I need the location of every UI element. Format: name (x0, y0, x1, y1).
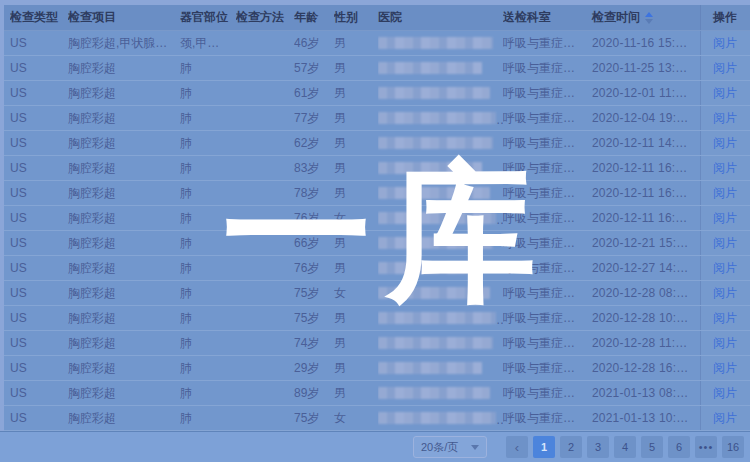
cell-method (236, 156, 294, 180)
cell-exam-time: 2020-12-11 16:14:49 (592, 181, 700, 205)
prev-page-button[interactable]: ‹ (506, 436, 528, 458)
cell-method (236, 231, 294, 255)
view-image-link[interactable]: 阅片 (700, 31, 750, 55)
page-button-3[interactable]: 3 (587, 436, 609, 458)
view-image-link[interactable]: 阅片 (700, 206, 750, 230)
hospital-redacted-block (378, 212, 496, 224)
cell-exam-item: 胸腔彩超 (68, 406, 180, 430)
table-row[interactable]: US 胸腔彩超 肺 76岁 女 呼吸与重症医... 2020-12-11 16:… (4, 206, 750, 231)
more-pages-icon[interactable]: ••• (695, 436, 717, 458)
view-image-link[interactable]: 阅片 (700, 56, 750, 80)
cell-dept: 呼吸与重症医... (503, 81, 592, 105)
exam-table: 检查类型 检查项目 器官部位 检查方法 年龄 性别 医院 送检科室 检查时间 操… (4, 5, 750, 431)
cell-exam-item: 胸腔彩超 (68, 306, 180, 330)
cell-exam-item: 胸腔彩超 (68, 181, 180, 205)
cell-exam-item: 胸腔彩超 (68, 231, 180, 255)
sort-icon[interactable] (645, 12, 653, 24)
cell-hospital (378, 81, 503, 105)
cell-age: 75岁 (294, 281, 334, 305)
table-row[interactable]: US 胸腔彩超 肺 62岁 男 呼吸与重症医... 2020-12-11 14:… (4, 131, 750, 156)
cell-method (236, 81, 294, 105)
hospital-redacted-block (378, 387, 490, 399)
table-row[interactable]: US 胸腔彩超 肺 75岁 女 呼吸与重症医... 2021-01-13 10:… (4, 406, 750, 431)
page-button-1[interactable]: 1 (533, 436, 555, 458)
cell-gender: 女 (334, 406, 378, 430)
sort-asc-icon[interactable] (645, 12, 653, 17)
cell-hospital (378, 31, 503, 55)
table-row[interactable]: US 胸腔彩超 肺 76岁 男 呼吸与重症医... 2020-12-27 14:… (4, 256, 750, 281)
view-image-link[interactable]: 阅片 (700, 381, 750, 405)
col-header-exam-time[interactable]: 检查时间 (592, 5, 700, 30)
table-row[interactable]: US 胸腔彩超 肺 29岁 男 呼吸与重症医... 2020-12-28 16:… (4, 356, 750, 381)
cell-exam-type: US (10, 381, 68, 405)
page-button-4[interactable]: 4 (614, 436, 636, 458)
view-image-link[interactable]: 阅片 (700, 81, 750, 105)
cell-organ: 肺 (180, 406, 236, 430)
cell-method (236, 331, 294, 355)
cell-age: 78岁 (294, 181, 334, 205)
view-image-link[interactable]: 阅片 (700, 131, 750, 155)
cell-exam-item: 胸腔彩超 (68, 81, 180, 105)
view-image-link[interactable]: 阅片 (700, 331, 750, 355)
sort-desc-icon[interactable] (645, 19, 653, 24)
view-image-link[interactable]: 阅片 (700, 181, 750, 205)
table-row[interactable]: US 胸腔彩超 肺 78岁 男 呼吸与重症医... 2020-12-11 16:… (4, 181, 750, 206)
cell-exam-type: US (10, 331, 68, 355)
view-image-link[interactable]: 阅片 (700, 106, 750, 130)
col-header-organ: 器官部位 (180, 5, 236, 30)
page-button-6[interactable]: 6 (668, 436, 690, 458)
table-row[interactable]: US 胸腔彩超 肺 61岁 男 呼吸与重症医... 2020-12-01 11:… (4, 81, 750, 106)
table-row[interactable]: US 胸腔彩超 肺 89岁 男 呼吸与重症医... 2021-01-13 08:… (4, 381, 750, 406)
cell-hospital (378, 206, 503, 230)
table-row[interactable]: US 胸腔彩超 肺 75岁 男 呼吸与重症医... 2020-12-28 10:… (4, 306, 750, 331)
view-image-link[interactable]: 阅片 (700, 406, 750, 430)
cell-dept: 呼吸与重症医... (503, 106, 592, 130)
page-button-16[interactable]: 16 (722, 436, 744, 458)
cell-age: 74岁 (294, 331, 334, 355)
table-row[interactable]: US 胸腔彩超 肺 83岁 男 呼吸与重症医... 2020-12-11 16:… (4, 156, 750, 181)
cell-exam-item: 胸腔彩超 (68, 106, 180, 130)
page-size-select[interactable]: 20条/页 (413, 436, 487, 458)
cell-age: 57岁 (294, 56, 334, 80)
view-image-link[interactable]: 阅片 (700, 281, 750, 305)
cell-organ: 肺 (180, 381, 236, 405)
table-body: US 胸腔彩超,甲状腺彩超 颈,甲状... 46岁 男 呼吸与重症医... 20… (4, 31, 750, 431)
cell-exam-type: US (10, 406, 68, 430)
cell-exam-time: 2020-12-28 11:38:11 (592, 331, 700, 355)
view-image-link[interactable]: 阅片 (700, 356, 750, 380)
page-button-2[interactable]: 2 (560, 436, 582, 458)
hospital-redacted-block (378, 237, 493, 249)
cell-gender: 女 (334, 206, 378, 230)
view-image-link[interactable]: 阅片 (700, 306, 750, 330)
cell-organ: 肺 (180, 106, 236, 130)
cell-dept: 呼吸与重症医... (503, 156, 592, 180)
table-row[interactable]: US 胸腔彩超,甲状腺彩超 颈,甲状... 46岁 男 呼吸与重症医... 20… (4, 31, 750, 56)
col-header-exam-item: 检查项目 (68, 5, 180, 30)
cell-exam-time: 2020-11-25 13:50:01 (592, 56, 700, 80)
cell-gender: 男 (334, 106, 378, 130)
view-image-link[interactable]: 阅片 (700, 256, 750, 280)
cell-exam-time: 2020-12-04 19:03:24 (592, 106, 700, 130)
table-row[interactable]: US 胸腔彩超 肺 57岁 男 呼吸与重症医... 2020-11-25 13:… (4, 56, 750, 81)
table-row[interactable]: US 胸腔彩超 肺 75岁 女 呼吸与重症医... 2020-12-28 08:… (4, 281, 750, 306)
cell-exam-item: 胸腔彩超 (68, 156, 180, 180)
col-header-age: 年龄 (294, 5, 334, 30)
table-row[interactable]: US 胸腔彩超 肺 74岁 男 呼吸与重症医... 2020-12-28 11:… (4, 331, 750, 356)
cell-hospital (378, 231, 503, 255)
cell-exam-item: 胸腔彩超 (68, 281, 180, 305)
hospital-redacted-block (378, 362, 482, 374)
cell-hospital (378, 181, 503, 205)
cell-age: 75岁 (294, 406, 334, 430)
page-button-5[interactable]: 5 (641, 436, 663, 458)
table-row[interactable]: US 胸腔彩超 肺 77岁 男 呼吸与重症医... 2020-12-04 19:… (4, 106, 750, 131)
table-row[interactable]: US 胸腔彩超 肺 66岁 男 呼吸与重症医... 2020-12-21 15:… (4, 231, 750, 256)
cell-hospital (378, 131, 503, 155)
cell-dept: 呼吸与重症医... (503, 56, 592, 80)
view-image-link[interactable]: 阅片 (700, 231, 750, 255)
view-image-link[interactable]: 阅片 (700, 156, 750, 180)
cell-gender: 女 (334, 281, 378, 305)
cell-age: 29岁 (294, 356, 334, 380)
cell-gender: 男 (334, 156, 378, 180)
cell-dept: 呼吸与重症医... (503, 231, 592, 255)
cell-exam-time: 2020-12-28 08:15:51 (592, 281, 700, 305)
